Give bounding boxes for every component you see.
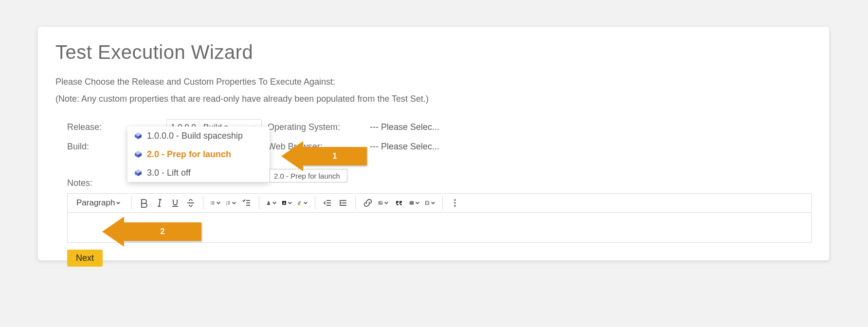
svg-line-2 [159, 200, 160, 206]
box-icon [134, 150, 142, 158]
svg-text:A: A [268, 201, 270, 204]
italic-button[interactable] [153, 197, 166, 209]
next-button[interactable]: Next [67, 250, 103, 267]
svg-point-6 [211, 202, 212, 203]
intro-line-2: (Note: Any custom properties that are re… [55, 92, 812, 106]
toolbar-divider [355, 197, 356, 209]
paragraph-label: Paragraph [76, 198, 115, 208]
svg-rect-21 [267, 204, 270, 205]
code-block-button[interactable] [424, 197, 436, 209]
link-button[interactable] [362, 197, 374, 209]
release-option-1[interactable]: 2.0 - Prep for launch [127, 145, 270, 164]
more-button[interactable] [449, 197, 461, 209]
release-option-0-label: 1.0.0.0 - Build spaceship [147, 131, 243, 141]
svg-rect-33 [410, 201, 414, 204]
release-dropdown: 1.0.0.0 - Build spaceship 2.0 - Prep for… [127, 127, 270, 182]
button-row: Next Cancel [67, 250, 812, 267]
os-label: Operating System: [268, 122, 370, 132]
bullet-list-button[interactable] [209, 197, 222, 209]
checklist-button[interactable] [240, 197, 253, 209]
paragraph-dropdown[interactable]: Paragraph [72, 198, 126, 208]
release-option-0[interactable]: 1.0.0.0 - Build spaceship [127, 127, 270, 145]
text-bg-button[interactable]: A [281, 197, 293, 209]
svg-point-39 [454, 199, 456, 200]
outdent-button[interactable] [321, 197, 334, 209]
svg-point-7 [211, 203, 212, 204]
release-option-1-label: 2.0 - Prep for launch [147, 149, 231, 160]
box-icon [134, 169, 142, 177]
box-icon [134, 132, 142, 140]
svg-rect-24 [298, 204, 302, 205]
underline-button[interactable] [169, 197, 181, 209]
text-color-button[interactable]: A [265, 197, 278, 209]
svg-point-5 [211, 201, 212, 202]
page-title: Test Execution Wizard [55, 41, 812, 63]
annotation-1-number: 1 [333, 152, 337, 161]
bold-button[interactable] [138, 197, 150, 209]
annotation-2-number: 2 [161, 227, 165, 236]
highlight-button[interactable] [296, 197, 309, 209]
toolbar-divider [259, 197, 259, 209]
editor-toolbar: Paragraph 123 A A [67, 193, 812, 213]
annotation-arrow-2: 2 [124, 222, 201, 241]
os-value[interactable]: --- Please Selec... [370, 122, 439, 132]
indent-button[interactable] [337, 197, 349, 209]
numbered-list-button[interactable]: 123 [225, 197, 237, 209]
browser-value[interactable]: --- Please Selec... [370, 142, 439, 152]
intro-line-1: Please Choose the Release and Custom Pro… [55, 75, 812, 89]
image-button[interactable] [377, 197, 390, 209]
svg-point-41 [454, 205, 456, 206]
svg-point-40 [454, 202, 456, 203]
strike-button[interactable] [184, 197, 197, 209]
release-option-2[interactable]: 3.0 - Lift off [127, 164, 270, 182]
toolbar-divider [315, 197, 315, 209]
table-button[interactable] [408, 197, 421, 209]
toolbar-divider [203, 197, 203, 209]
toolbar-divider [131, 197, 132, 209]
svg-text:3: 3 [226, 203, 227, 205]
quote-button[interactable] [393, 197, 405, 209]
annotation-arrow-1: 1 [303, 147, 367, 165]
row-os: Operating System: --- Please Selec... [268, 118, 439, 137]
toolbar-divider [442, 197, 443, 209]
svg-text:A: A [283, 201, 286, 204]
release-option-2-label: 3.0 - Lift off [147, 168, 191, 178]
